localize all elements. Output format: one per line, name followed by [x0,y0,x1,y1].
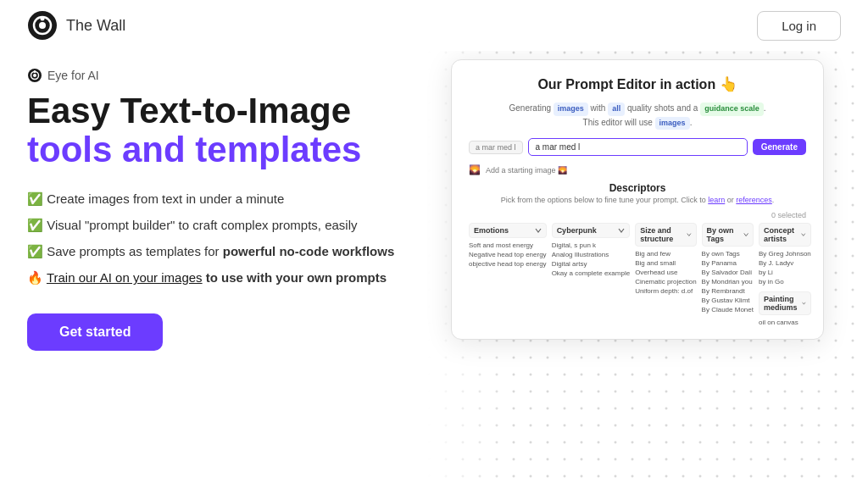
left-content: Eye for AI Easy Text-to-Image tools and … [27,68,434,351]
col-item[interactable]: By Claude Monet [702,305,754,314]
col-item[interactable]: by in Go [759,277,811,286]
col-item[interactable]: By own Tags [702,249,754,258]
search-label: a mar med l [469,141,523,154]
col-item[interactable]: By Panama [702,258,754,268]
feature-bold-4: to use with your own prompts [206,270,387,285]
feature-item-1: ✅ Create images from text in under a min… [27,190,434,208]
chip3: guidance scale [700,103,764,116]
svg-point-6 [41,17,45,21]
eyeforai-icon [27,68,42,83]
brand-logo-icon [27,10,58,41]
col-header-cyberpunk[interactable]: Cyberpunk [552,223,631,238]
chip1: images [554,103,588,116]
mockup-add-image-row: 🌄 Add a starting image 🌄 [469,164,806,175]
feature-item-2: ✅ Visual "prompt builder" to craft compl… [27,216,434,234]
prompt-search-input[interactable] [528,138,748,156]
chevron-down-icon [801,231,805,238]
col-header-style[interactable]: Size and structure [635,223,696,247]
col-item[interactable]: By J. Ladyv [759,258,811,268]
col-item[interactable]: by Li [759,268,811,277]
add-image-icon: 🌄 [469,164,481,175]
col-header-emotions[interactable]: Emotions [469,223,547,238]
chip2: all [608,103,625,116]
select-count: 0 selected [469,211,806,219]
main-content: Eye for AI Easy Text-to-Image tools and … [0,68,868,351]
feature-item-3: ✅ Save prompts as templates for powerful… [27,242,434,260]
generate-button[interactable]: Generate [753,139,806,155]
col-item[interactable]: Negative head top energy [469,250,547,259]
col-item[interactable]: Cinematic projection [635,277,696,286]
chevron-down-icon [802,300,806,307]
mockup-search-row: a mar med l Generate [469,138,806,156]
mockup-title-emoji: 👆 [720,76,737,92]
col-cyberpunk: Cyberpunk Digital, s pun k Analog Illust… [552,223,631,327]
cta-button[interactable]: Get started [27,313,163,351]
hero-title-line1: Easy Text-to-Image [27,92,434,130]
col-item[interactable]: Digital artsy [552,259,631,269]
navbar-left: The Wall [27,10,125,41]
col-style: Size and structure Big and few Big and s… [635,223,696,327]
painting-medium-header: Painting mediums oil on canvas [759,291,811,327]
col-item[interactable]: objective head top energy [469,259,547,269]
col-item[interactable]: Okay a complete example [552,269,631,278]
col-item[interactable]: By Greg Johnson [759,249,811,258]
col-artists: By own Tags By own Tags By Panama By Sal… [702,223,754,327]
svg-point-5 [39,22,46,29]
col-item[interactable]: Soft and most energy [469,241,547,250]
chip4: images [655,117,690,130]
learn-link[interactable]: learn [708,196,725,204]
col-header-painting[interactable]: Painting mediums [759,291,811,315]
svg-point-9 [33,74,36,77]
col-item[interactable]: Big and small [635,258,696,268]
brand-title: The Wall [66,17,125,35]
navbar: The Wall Log in [0,0,868,51]
col-header-artists[interactable]: By own Tags [702,223,754,247]
col-item[interactable]: Big and few [635,249,696,258]
login-button[interactable]: Log in [757,11,841,41]
references-link[interactable]: references [736,196,772,204]
feature-item-4: 🔥 Train our AI on your images to use wit… [27,269,434,286]
chevron-down-icon [687,231,692,238]
col-item[interactable]: oil on canvas [759,318,811,327]
svg-point-10 [34,70,36,73]
chevron-down-icon [618,227,625,234]
col-emotions: Emotions Soft and most energy Negative h… [469,223,547,327]
hero-title-line2: tools and templates [27,130,434,169]
right-content: Our Prompt Editor in action 👆 Generating… [434,59,841,351]
col-item[interactable]: By Mondrian you [702,277,754,286]
col-item[interactable]: By Salvador Dalí [702,268,754,277]
feature-list: ✅ Create images from text in under a min… [27,190,434,286]
descriptor-columns: Emotions Soft and most energy Negative h… [469,223,806,327]
col-item[interactable]: Analog Illustrations [552,250,631,259]
col-item[interactable]: By Rembrandt [702,286,754,296]
col-concept-artists: Concept artists By Greg Johnson By J. La… [759,223,811,327]
mockup-card: Our Prompt Editor in action 👆 Generating… [451,59,824,340]
add-image-label: Add a starting image 🌄 [486,166,567,175]
chevron-down-icon [743,231,748,238]
col-item[interactable]: Digital, s pun k [552,241,631,250]
mockup-subtitle: Generating images with all quality shots… [469,102,806,130]
eyeforai-label: Eye for AI [27,68,434,83]
mockup-title: Our Prompt Editor in action 👆 [469,75,806,93]
train-link[interactable]: Train our AI on your images [47,270,203,285]
descriptors-subtitle: Pick from the options below to fine tune… [469,196,806,204]
descriptors-title: Descriptors [469,182,806,194]
col-item[interactable]: By Gustav Klimt [702,296,754,305]
col-item[interactable]: Uniform depth: d.of [635,286,696,296]
chevron-down-icon [535,227,542,234]
col-header-concept[interactable]: Concept artists [759,223,811,247]
col-item[interactable]: Overhead use [635,268,696,277]
feature-bold-3: powerful no-code workflows [223,244,395,258]
